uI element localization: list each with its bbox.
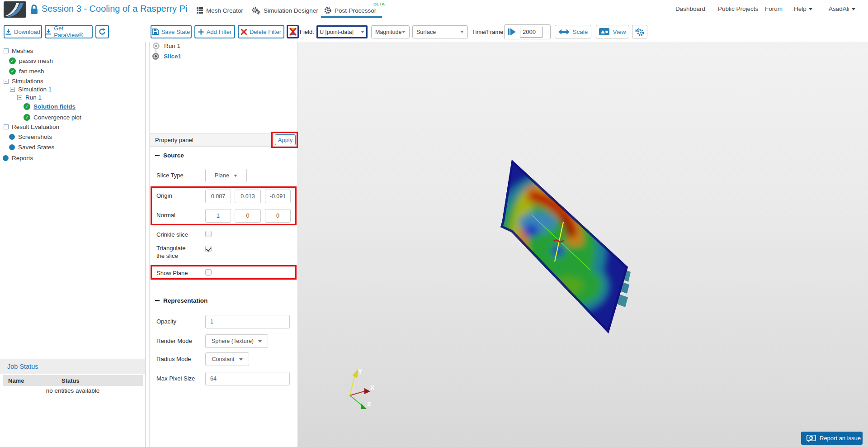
- normal-x-input[interactable]: [205, 209, 231, 223]
- pipeline-item-slice1[interactable]: Slice1: [152, 53, 181, 60]
- save-icon: [152, 29, 159, 35]
- sidebar-item-result-evaluation[interactable]: Result Evaluation: [4, 123, 59, 131]
- pipeline-item-run-1[interactable]: Run 1: [153, 43, 180, 49]
- sidebar-item-fan-mesh[interactable]: ✓ fan mesh: [9, 67, 44, 75]
- origin-x-input[interactable]: [205, 190, 231, 203]
- job-status-empty-message: no entities available: [3, 387, 143, 394]
- gear-icon: [324, 7, 331, 14]
- project-sidebar: Meshes ✓ passiv mesh ✓ fan mesh Simulati…: [0, 42, 146, 447]
- time-frame-input[interactable]: [520, 27, 542, 38]
- tree-label: Solution fields: [33, 103, 75, 110]
- get-paraview-button[interactable]: Get ParaView®: [45, 25, 93, 38]
- sidebar-item-screenshots[interactable]: Screenshots: [9, 133, 52, 141]
- red-x-icon: [241, 29, 247, 35]
- origin-z-input[interactable]: [265, 190, 291, 203]
- tab-post-processor[interactable]: Post-Processor: [324, 5, 376, 16]
- app-window: Session 3 - Cooling of a Rasperry Pi Mes…: [0, 0, 868, 447]
- slice-type-select[interactable]: Plane: [205, 169, 247, 182]
- source-title: Source: [163, 152, 184, 159]
- download-button[interactable]: Download: [4, 25, 42, 38]
- tab-simulation-designer[interactable]: Simulation Designer: [252, 5, 318, 16]
- render-viewport[interactable]: Y X Z Report an issue: [298, 42, 868, 447]
- toolbar-strip: Download Get ParaView® Save State: [0, 19, 868, 42]
- representation-value: Surface: [416, 29, 460, 35]
- triangulate-label-line2: the slice: [156, 252, 178, 259]
- dot-icon: [3, 155, 9, 161]
- field-label: Field:: [300, 29, 314, 35]
- sidebar-item-simulations[interactable]: Simulations: [4, 77, 43, 85]
- tab-mesh-creator[interactable]: Mesh Creator: [197, 5, 243, 16]
- collapse-icon[interactable]: [4, 79, 9, 84]
- render-settings-button[interactable]: [632, 25, 647, 38]
- dot-icon: [9, 144, 15, 150]
- radius-mode-select[interactable]: Constant: [205, 352, 249, 366]
- scale-label: Scale: [573, 29, 588, 35]
- collapse-minus-icon: [155, 155, 160, 156]
- source-section-header[interactable]: Source: [155, 152, 184, 159]
- normal-label: Normal: [156, 212, 175, 219]
- sidebar-item-passiv-mesh[interactable]: ✓ passiv mesh: [9, 57, 53, 65]
- add-filter-button[interactable]: Add Filter: [194, 25, 235, 38]
- top-navbar: Session 3 - Cooling of a Rasperry Pi Mes…: [0, 0, 868, 19]
- collapse-icon[interactable]: [4, 124, 9, 129]
- collapse-icon[interactable]: [4, 48, 9, 53]
- save-state-button[interactable]: Save State: [151, 25, 192, 38]
- max-pixel-size-label: Max Pixel Size: [156, 375, 195, 382]
- username-label: AsadAli: [829, 5, 849, 12]
- visibility-eye-icon[interactable]: [152, 53, 159, 60]
- sidebar-item-meshes[interactable]: Meshes: [4, 47, 33, 55]
- sidebar-item-simulation-1[interactable]: Simulation 1: [10, 85, 52, 93]
- apply-button[interactable]: Apply: [275, 134, 296, 145]
- scale-button[interactable]: Scale: [555, 25, 591, 38]
- axis-x-label: X: [370, 384, 375, 391]
- chevron-down-icon: [852, 8, 855, 10]
- field-select[interactable]: U [point-data]: [316, 25, 368, 38]
- origin-y-input[interactable]: [235, 190, 261, 203]
- component-select[interactable]: Magnitude: [371, 25, 410, 38]
- crinkle-slice-checkbox[interactable]: [205, 231, 212, 237]
- collapse-icon[interactable]: [10, 87, 15, 92]
- nav-dashboard-link[interactable]: Dashboard: [675, 5, 705, 12]
- normal-z-input[interactable]: [265, 209, 291, 223]
- opacity-input[interactable]: [205, 315, 290, 328]
- view-icon: [599, 28, 609, 35]
- show-plane-checkbox[interactable]: [205, 269, 212, 276]
- report-issue-button[interactable]: Report an issue: [801, 432, 863, 445]
- nav-public-projects-link[interactable]: Public Projects: [718, 5, 758, 12]
- beta-badge: BETA: [373, 1, 385, 6]
- refresh-button[interactable]: [95, 25, 109, 38]
- camera-bubble-icon: [807, 435, 816, 442]
- representation-select[interactable]: Surface: [412, 25, 468, 38]
- sidebar-item-saved-states[interactable]: Saved States: [9, 143, 54, 151]
- representation-section-header[interactable]: Representation: [155, 297, 208, 304]
- visibility-eye-icon[interactable]: [153, 43, 160, 49]
- sidebar-item-run-1[interactable]: Run 1: [17, 93, 42, 101]
- scale-arrows-icon: [558, 29, 570, 35]
- render-mode-select[interactable]: Sphere (Texture): [205, 334, 268, 348]
- check-icon: ✓: [9, 57, 16, 64]
- add-filter-label: Add Filter: [207, 29, 232, 35]
- play-icon[interactable]: [508, 28, 516, 36]
- triangulate-checkbox[interactable]: [205, 246, 212, 252]
- delete-filter-button[interactable]: Delete Filter: [238, 25, 284, 38]
- normal-y-input[interactable]: [235, 209, 261, 223]
- max-pixel-size-input[interactable]: [205, 372, 290, 385]
- refresh-icon: [99, 28, 106, 35]
- tree-label: Simulations: [12, 78, 43, 85]
- view-button[interactable]: View: [596, 25, 629, 38]
- delete-all-filters-button[interactable]: [287, 25, 299, 38]
- sidebar-item-solution-fields[interactable]: ✓ Solution fields: [24, 102, 75, 110]
- nav-forum-link[interactable]: Forum: [765, 5, 783, 12]
- sidebar-item-convergence-plot[interactable]: ✓ Convergence plot: [24, 113, 81, 121]
- nav-help-menu[interactable]: Help: [794, 5, 812, 12]
- tree-label: Saved States: [18, 144, 54, 151]
- collapse-icon[interactable]: [17, 95, 22, 100]
- simscale-logo-icon[interactable]: [4, 1, 26, 18]
- tree-label: Reports: [12, 155, 33, 162]
- tree-label: Screenshots: [18, 133, 52, 140]
- column-name: Name: [8, 377, 61, 384]
- nav-user-menu[interactable]: AsadAli: [829, 5, 855, 12]
- check-icon: ✓: [9, 68, 16, 75]
- sidebar-item-reports[interactable]: Reports: [3, 154, 33, 162]
- chevron-down-icon: [460, 31, 464, 33]
